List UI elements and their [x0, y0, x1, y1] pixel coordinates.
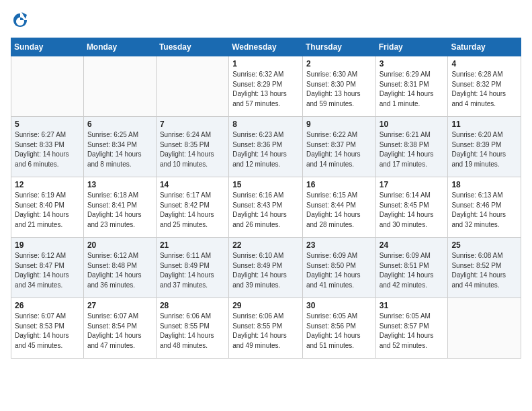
- day-info: Sunrise: 6:18 AM Sunset: 8:41 PM Dayligh…: [87, 191, 152, 230]
- day-cell: 7Sunrise: 6:24 AM Sunset: 8:35 PM Daylig…: [156, 117, 228, 177]
- day-number: 17: [380, 180, 445, 189]
- weekday-header-wednesday: Wednesday: [229, 38, 303, 56]
- day-cell: [11, 56, 84, 117]
- day-info: Sunrise: 6:05 AM Sunset: 8:57 PM Dayligh…: [380, 312, 445, 351]
- day-number: 13: [87, 180, 152, 189]
- day-info: Sunrise: 6:08 AM Sunset: 8:52 PM Dayligh…: [451, 251, 517, 290]
- day-number: 27: [87, 301, 152, 310]
- day-cell: 29Sunrise: 6:06 AM Sunset: 8:55 PM Dayli…: [229, 298, 303, 359]
- day-info: Sunrise: 6:32 AM Sunset: 8:29 PM Dayligh…: [232, 70, 299, 109]
- day-cell: 21Sunrise: 6:11 AM Sunset: 8:49 PM Dayli…: [156, 238, 228, 298]
- day-info: Sunrise: 6:14 AM Sunset: 8:45 PM Dayligh…: [380, 191, 445, 230]
- day-cell: 16Sunrise: 6:15 AM Sunset: 8:44 PM Dayli…: [302, 177, 375, 238]
- day-number: 5: [15, 120, 80, 129]
- day-number: 15: [232, 180, 299, 189]
- day-info: Sunrise: 6:11 AM Sunset: 8:49 PM Dayligh…: [160, 251, 225, 290]
- weekday-header-monday: Monday: [83, 38, 156, 56]
- day-number: 12: [15, 180, 80, 189]
- day-info: Sunrise: 6:23 AM Sunset: 8:36 PM Dayligh…: [232, 130, 299, 169]
- day-info: Sunrise: 6:09 AM Sunset: 8:51 PM Dayligh…: [380, 251, 445, 290]
- week-row-1: 1Sunrise: 6:32 AM Sunset: 8:29 PM Daylig…: [11, 56, 521, 117]
- day-number: 23: [306, 240, 372, 250]
- day-number: 21: [160, 240, 225, 250]
- day-info: Sunrise: 6:19 AM Sunset: 8:40 PM Dayligh…: [15, 191, 80, 230]
- calendar-table: SundayMondayTuesdayWednesdayThursdayFrid…: [11, 38, 521, 359]
- day-number: 11: [451, 120, 517, 129]
- day-number: 31: [380, 301, 445, 310]
- day-cell: 27Sunrise: 6:07 AM Sunset: 8:54 PM Dayli…: [83, 298, 156, 359]
- day-number: 3: [380, 59, 445, 68]
- day-cell: 13Sunrise: 6:18 AM Sunset: 8:41 PM Dayli…: [83, 177, 156, 238]
- day-info: Sunrise: 6:06 AM Sunset: 8:55 PM Dayligh…: [232, 312, 299, 351]
- day-cell: [448, 298, 521, 359]
- day-cell: 20Sunrise: 6:12 AM Sunset: 8:48 PM Dayli…: [83, 238, 156, 298]
- day-number: 16: [306, 180, 372, 189]
- weekday-header-tuesday: Tuesday: [156, 38, 228, 56]
- day-cell: 1Sunrise: 6:32 AM Sunset: 8:29 PM Daylig…: [229, 56, 303, 117]
- day-info: Sunrise: 6:12 AM Sunset: 8:48 PM Dayligh…: [87, 251, 152, 290]
- day-info: Sunrise: 6:16 AM Sunset: 8:43 PM Dayligh…: [232, 191, 299, 230]
- day-cell: 25Sunrise: 6:08 AM Sunset: 8:52 PM Dayli…: [448, 238, 521, 298]
- day-cell: 4Sunrise: 6:28 AM Sunset: 8:32 PM Daylig…: [448, 56, 521, 117]
- day-number: 7: [160, 120, 225, 129]
- day-cell: 17Sunrise: 6:14 AM Sunset: 8:45 PM Dayli…: [375, 177, 448, 238]
- day-cell: 19Sunrise: 6:12 AM Sunset: 8:47 PM Dayli…: [11, 238, 84, 298]
- day-number: 10: [380, 120, 445, 129]
- day-number: 26: [15, 301, 80, 310]
- day-number: 25: [451, 240, 517, 250]
- day-info: Sunrise: 6:27 AM Sunset: 8:33 PM Dayligh…: [15, 130, 80, 169]
- day-number: 8: [232, 120, 299, 129]
- day-number: 24: [380, 240, 445, 250]
- day-cell: 9Sunrise: 6:22 AM Sunset: 8:37 PM Daylig…: [302, 117, 375, 177]
- day-info: Sunrise: 6:07 AM Sunset: 8:54 PM Dayligh…: [87, 312, 152, 351]
- week-row-2: 5Sunrise: 6:27 AM Sunset: 8:33 PM Daylig…: [11, 117, 521, 177]
- weekday-header-saturday: Saturday: [448, 38, 521, 56]
- day-cell: 31Sunrise: 6:05 AM Sunset: 8:57 PM Dayli…: [375, 298, 448, 359]
- day-cell: 2Sunrise: 6:30 AM Sunset: 8:30 PM Daylig…: [302, 56, 375, 117]
- day-cell: 18Sunrise: 6:13 AM Sunset: 8:46 PM Dayli…: [448, 177, 521, 238]
- day-cell: [83, 56, 156, 117]
- day-cell: 3Sunrise: 6:29 AM Sunset: 8:31 PM Daylig…: [375, 56, 448, 117]
- day-info: Sunrise: 6:22 AM Sunset: 8:37 PM Dayligh…: [306, 130, 372, 169]
- weekday-header-sunday: Sunday: [11, 38, 84, 56]
- day-cell: 6Sunrise: 6:25 AM Sunset: 8:34 PM Daylig…: [83, 117, 156, 177]
- day-info: Sunrise: 6:28 AM Sunset: 8:32 PM Dayligh…: [451, 70, 517, 109]
- day-cell: 28Sunrise: 6:06 AM Sunset: 8:55 PM Dayli…: [156, 298, 228, 359]
- day-info: Sunrise: 6:10 AM Sunset: 8:49 PM Dayligh…: [232, 251, 299, 290]
- day-info: Sunrise: 6:09 AM Sunset: 8:50 PM Dayligh…: [306, 251, 372, 290]
- weekday-header-friday: Friday: [375, 38, 448, 56]
- day-cell: 12Sunrise: 6:19 AM Sunset: 8:40 PM Dayli…: [11, 177, 84, 238]
- day-info: Sunrise: 6:07 AM Sunset: 8:53 PM Dayligh…: [15, 312, 80, 351]
- weekday-header-row: SundayMondayTuesdayWednesdayThursdayFrid…: [11, 38, 521, 56]
- day-cell: 23Sunrise: 6:09 AM Sunset: 8:50 PM Dayli…: [302, 238, 375, 298]
- day-number: 1: [232, 59, 299, 68]
- day-number: 2: [306, 59, 372, 68]
- day-info: Sunrise: 6:21 AM Sunset: 8:38 PM Dayligh…: [380, 130, 445, 169]
- day-info: Sunrise: 6:30 AM Sunset: 8:30 PM Dayligh…: [306, 70, 372, 109]
- day-cell: 14Sunrise: 6:17 AM Sunset: 8:42 PM Dayli…: [156, 177, 228, 238]
- logo-icon: [11, 11, 30, 30]
- day-info: Sunrise: 6:12 AM Sunset: 8:47 PM Dayligh…: [15, 251, 80, 290]
- logo: [11, 11, 32, 30]
- page-header: [11, 11, 521, 30]
- day-number: 19: [15, 240, 80, 250]
- day-number: 14: [160, 180, 225, 189]
- day-cell: 11Sunrise: 6:20 AM Sunset: 8:39 PM Dayli…: [448, 117, 521, 177]
- day-info: Sunrise: 6:15 AM Sunset: 8:44 PM Dayligh…: [306, 191, 372, 230]
- day-number: 18: [451, 180, 517, 189]
- day-cell: 15Sunrise: 6:16 AM Sunset: 8:43 PM Dayli…: [229, 177, 303, 238]
- day-cell: 10Sunrise: 6:21 AM Sunset: 8:38 PM Dayli…: [375, 117, 448, 177]
- day-cell: 24Sunrise: 6:09 AM Sunset: 8:51 PM Dayli…: [375, 238, 448, 298]
- day-number: 22: [232, 240, 299, 250]
- day-info: Sunrise: 6:29 AM Sunset: 8:31 PM Dayligh…: [380, 70, 445, 109]
- day-cell: 8Sunrise: 6:23 AM Sunset: 8:36 PM Daylig…: [229, 117, 303, 177]
- day-cell: 22Sunrise: 6:10 AM Sunset: 8:49 PM Dayli…: [229, 238, 303, 298]
- day-number: 28: [160, 301, 225, 310]
- day-number: 6: [87, 120, 152, 129]
- week-row-4: 19Sunrise: 6:12 AM Sunset: 8:47 PM Dayli…: [11, 238, 521, 298]
- day-number: 29: [232, 301, 299, 310]
- day-info: Sunrise: 6:25 AM Sunset: 8:34 PM Dayligh…: [87, 130, 152, 169]
- day-number: 30: [306, 301, 372, 310]
- day-number: 20: [87, 240, 152, 250]
- day-cell: 30Sunrise: 6:05 AM Sunset: 8:56 PM Dayli…: [302, 298, 375, 359]
